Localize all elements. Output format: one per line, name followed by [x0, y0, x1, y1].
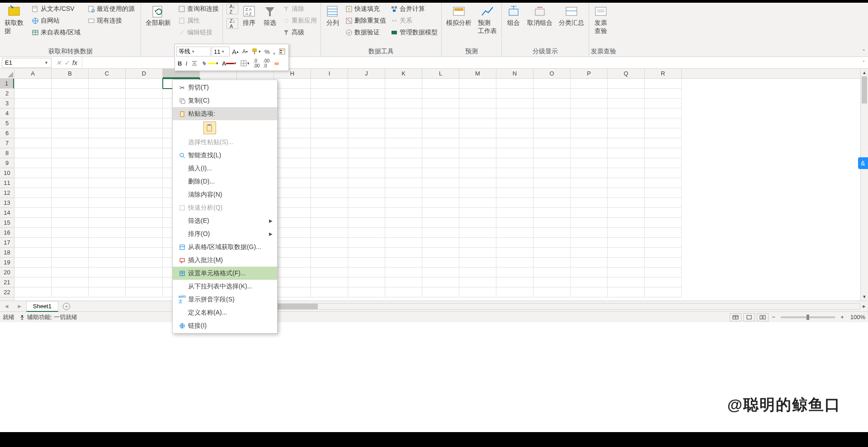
cell[interactable] [89, 148, 126, 158]
row-header[interactable]: 5 [0, 118, 14, 128]
cell[interactable] [52, 228, 89, 238]
cell[interactable] [89, 118, 126, 128]
cell[interactable] [385, 238, 422, 248]
cell[interactable] [311, 89, 348, 99]
get-data-button[interactable]: 获取数 据 [2, 4, 26, 36]
cell[interactable] [311, 158, 348, 168]
cell[interactable] [126, 208, 163, 218]
ctx-sort[interactable]: 排序(O)▶ [173, 227, 277, 240]
cell[interactable] [533, 268, 571, 278]
cell[interactable] [533, 168, 571, 178]
cell[interactable] [608, 258, 645, 268]
cell[interactable] [571, 258, 608, 268]
cell[interactable] [311, 228, 348, 238]
cell[interactable] [385, 168, 422, 178]
cell[interactable] [385, 208, 422, 218]
cell[interactable] [608, 99, 645, 108]
cell[interactable] [422, 178, 459, 188]
cell[interactable] [459, 128, 496, 138]
ctx-get-from-table[interactable]: 从表格/区域获取数据(G)... [173, 240, 277, 254]
cell[interactable] [645, 188, 682, 198]
cell[interactable] [459, 278, 496, 287]
cell[interactable] [348, 128, 385, 138]
cell[interactable] [52, 188, 89, 198]
cell[interactable] [645, 158, 682, 168]
cell[interactable] [89, 208, 126, 218]
cell[interactable] [348, 138, 385, 148]
cell[interactable] [533, 278, 571, 287]
cell[interactable] [14, 248, 52, 258]
cell[interactable] [274, 248, 311, 258]
cell[interactable] [496, 198, 533, 208]
data-validation-button[interactable]: 数据验证 [344, 27, 388, 38]
cell[interactable] [459, 218, 496, 228]
cell[interactable] [608, 188, 645, 198]
cell[interactable] [533, 99, 571, 108]
cell[interactable] [645, 228, 682, 238]
cell[interactable] [311, 118, 348, 128]
cell[interactable] [89, 79, 126, 89]
cell[interactable] [89, 168, 126, 178]
row-header[interactable]: 21 [0, 278, 14, 287]
cell[interactable] [571, 248, 608, 258]
cell[interactable] [348, 268, 385, 278]
cell[interactable] [126, 218, 163, 228]
cell[interactable] [274, 158, 311, 168]
cell[interactable] [14, 138, 52, 148]
cell[interactable] [89, 188, 126, 198]
ctx-show-pinyin[interactable]: wén文显示拼音字段(S) [173, 293, 277, 306]
cell[interactable] [459, 258, 496, 268]
cell[interactable] [533, 248, 571, 258]
cell[interactable] [311, 188, 348, 198]
cell[interactable] [89, 108, 126, 118]
cell[interactable] [496, 268, 533, 278]
row-header[interactable]: 14 [0, 208, 14, 218]
tab-nav-prev-icon[interactable]: ◄ [0, 303, 13, 310]
cell[interactable] [608, 168, 645, 178]
cell[interactable] [348, 168, 385, 178]
cell[interactable] [89, 287, 126, 297]
increase-decimal-icon[interactable]: .0.00 [252, 58, 261, 68]
cell[interactable] [459, 228, 496, 238]
cell[interactable] [533, 79, 571, 89]
cell[interactable] [645, 138, 682, 148]
cell[interactable] [311, 258, 348, 268]
cell[interactable] [459, 89, 496, 99]
cell[interactable] [608, 128, 645, 138]
cell[interactable] [89, 99, 126, 108]
cell[interactable] [348, 79, 385, 89]
cell[interactable] [385, 79, 422, 89]
percent-icon[interactable]: % [263, 47, 271, 56]
view-normal-button[interactable] [730, 313, 741, 321]
cell[interactable] [385, 188, 422, 198]
cell[interactable] [533, 178, 571, 188]
cell[interactable] [571, 158, 608, 168]
cell[interactable] [422, 248, 459, 258]
name-box[interactable]: E1▼ [2, 58, 52, 68]
from-table-button[interactable]: 来自表格/区域 [30, 27, 82, 38]
col-header[interactable]: A [14, 69, 52, 78]
vertical-scrollbar[interactable]: ▲ ▼ [860, 69, 868, 301]
cell[interactable] [385, 118, 422, 128]
cell[interactable] [126, 188, 163, 198]
row-header[interactable]: 17 [0, 238, 14, 248]
cell[interactable] [348, 248, 385, 258]
cell[interactable] [52, 258, 89, 268]
text-to-columns-button[interactable]: 分列 [323, 4, 343, 28]
cond-format-icon[interactable] [277, 47, 287, 56]
cell[interactable] [422, 99, 459, 108]
cell[interactable] [608, 287, 645, 297]
cell[interactable] [422, 138, 459, 148]
cell[interactable] [496, 208, 533, 218]
cell[interactable] [348, 89, 385, 99]
cell[interactable] [52, 168, 89, 178]
cell[interactable] [348, 208, 385, 218]
ctx-paste-option-1[interactable] [173, 120, 277, 136]
cell[interactable] [496, 89, 533, 99]
cell[interactable] [274, 208, 311, 218]
cell[interactable] [311, 287, 348, 297]
cell[interactable] [274, 198, 311, 208]
cell[interactable] [608, 89, 645, 99]
ctx-link[interactable]: 链接(I) [173, 319, 277, 332]
ctx-format-cells[interactable]: 设置单元格格式(F)... [173, 267, 277, 280]
